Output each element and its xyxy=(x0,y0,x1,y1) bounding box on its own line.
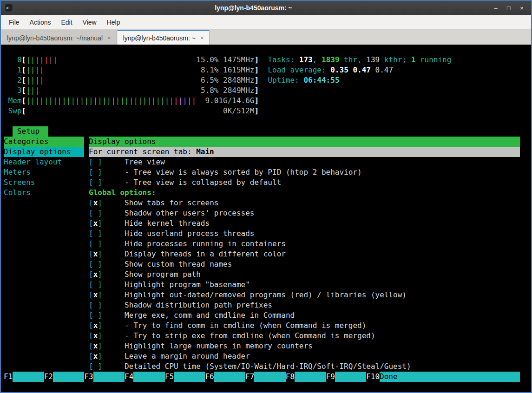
setup-tab[interactable]: Setup xyxy=(13,126,48,137)
maximize-button[interactable]: □ xyxy=(503,5,514,12)
option-highlight-out-dated-removed-programs-red-libraries-yellow[interactable]: [x] Highlight out-dated/removed programs… xyxy=(89,290,520,300)
tab-lynp-lyn-b450aorusm-manual[interactable]: lynp@lyn-b450aorusm: ~/manual× xyxy=(1,30,117,45)
text-segment: Display options xyxy=(89,137,520,147)
fkey-f4[interactable]: F4 xyxy=(125,372,165,382)
text-segment: | xyxy=(35,85,39,96)
option-try-to-find-comm-in-cmdline-when-command-is-merged[interactable]: [x] - Try to find comm in cmdline (when … xyxy=(89,321,520,331)
text-segment: ] xyxy=(98,290,102,300)
text-segment: [ xyxy=(22,65,26,75)
option-show-tabs-for-screens[interactable]: [x] Show tabs for screens xyxy=(89,198,520,208)
menu-item-file[interactable]: File xyxy=(4,16,25,29)
text-segment: 5.8% 2849MHz xyxy=(201,85,255,96)
text-segment xyxy=(102,177,125,188)
option-hide-kernel-threads[interactable]: [x] Hide kernel threads xyxy=(89,218,520,229)
fkey-key-text: F9 xyxy=(326,372,335,382)
fkey-f5[interactable]: F5 xyxy=(165,372,205,382)
terminal-screen[interactable]: 0[||||||| 15.0% 1475MHz] Tasks: 173, 183… xyxy=(1,45,531,392)
text-segment: 173 xyxy=(299,55,313,65)
option-show-program-path[interactable]: [x] Show program path xyxy=(89,269,520,280)
text-segment: [ xyxy=(89,300,93,310)
option-try-to-strip-exe-from-cmdline-when-command-is-merged[interactable]: [x] - Try to strip exe from cmdline (whe… xyxy=(89,331,520,341)
screen-tab-note: For current screen tab: Main xyxy=(89,147,520,157)
menu-item-view[interactable]: View xyxy=(78,16,102,29)
menubar: FileActionsEditViewHelp xyxy=(1,15,531,30)
fkey-f1[interactable]: F1 xyxy=(4,372,44,382)
category-screens[interactable]: Screens xyxy=(4,177,89,188)
option-highlight-program-basename[interactable]: [ ] Highlight program "basename" xyxy=(89,280,520,290)
fkey-f9[interactable]: F9 xyxy=(326,372,367,382)
category-colors[interactable]: Colors xyxy=(4,188,89,198)
text-segment xyxy=(102,280,125,290)
text-segment xyxy=(93,208,98,218)
text-segment xyxy=(102,198,125,208)
text-segment: Highlight large numbers in memory counte… xyxy=(125,341,313,351)
cpu0-tasks-row: 0[||||||| 15.0% 1475MHz] Tasks: 173, 183… xyxy=(4,55,520,65)
text-segment xyxy=(93,259,98,269)
option-tree-view-is-always-sorted-by-pid-htop-2-behavior[interactable]: [ ] - Tree view is always sorted by PID … xyxy=(89,167,520,177)
menu-item-help[interactable]: Help xyxy=(102,16,125,29)
text-segment: ] xyxy=(98,321,102,331)
text-segment: - Tree view is collapsed by default xyxy=(125,177,281,188)
close-button[interactable]: × xyxy=(516,5,527,12)
option-merge-exe-comm-and-cmdline-in-command[interactable]: [ ] Merge exe, comm and cmdline in Comma… xyxy=(89,310,520,321)
text-segment: Leave a margin around header xyxy=(125,351,250,361)
fkey-f2[interactable]: F2 xyxy=(44,372,85,382)
blank-row xyxy=(4,116,520,126)
text-segment xyxy=(102,229,125,239)
text-segment: 0K/512M xyxy=(223,106,254,116)
category-header-layout[interactable]: Header layout xyxy=(4,157,89,167)
option-tree-view[interactable]: [ ] Tree view xyxy=(89,157,520,167)
option-hide-userland-process-threads[interactable]: [ ] Hide userland process threads xyxy=(89,229,520,239)
tab-lynp-lyn-b450aorusm[interactable]: lynp@lyn-b450aorusm: ~× xyxy=(117,30,210,45)
text-segment: ] xyxy=(98,331,102,341)
titlebar[interactable]: >_ lynp@lyn-b450aorusm: ~ – □ × xyxy=(1,1,531,15)
text-segment: ] xyxy=(98,269,102,280)
fkey-key-text: F10 xyxy=(366,372,380,382)
tab-close-icon[interactable]: × xyxy=(200,34,204,41)
text-segment: Highlight program "basename" xyxy=(125,280,250,290)
fkey-f3[interactable]: F3 xyxy=(84,372,125,382)
category-meters[interactable]: Meters xyxy=(4,167,89,177)
text-segment: x xyxy=(93,341,98,351)
text-segment: Hide processes running in containers xyxy=(125,239,286,249)
text-segment xyxy=(102,331,125,341)
text-segment: ] xyxy=(98,249,102,259)
fkey-f10[interactable]: F10Done xyxy=(366,372,520,382)
fkey-f7[interactable]: F7 xyxy=(245,372,286,382)
text-segment xyxy=(4,55,8,65)
fkey-key-text: F1 xyxy=(4,372,13,382)
category-display-options[interactable]: Display options xyxy=(4,147,89,157)
text-segment: ] xyxy=(98,361,102,372)
tab-close-icon[interactable]: × xyxy=(107,34,111,41)
text-segment xyxy=(102,321,125,331)
menu-item-edit[interactable]: Edit xyxy=(56,16,77,29)
option-shadow-distribution-path-prefixes[interactable]: [ ] Shadow distribution path prefixes xyxy=(89,300,520,310)
tab-label: lynp@lyn-b450aorusm: ~ xyxy=(123,34,196,42)
text-segment: Header layout xyxy=(4,157,84,167)
fkey-f8[interactable]: F8 xyxy=(286,372,326,382)
text-segment: [ xyxy=(22,85,26,96)
text-segment: Meters xyxy=(4,167,84,177)
option-highlight-large-numbers-in-memory-counters[interactable]: [x] Highlight large numbers in memory co… xyxy=(89,341,520,351)
option-tree-view-is-collapsed-by-default[interactable]: [ ] - Tree view is collapsed by default xyxy=(89,177,520,188)
text-segment: [ xyxy=(89,218,93,229)
text-segment: ] xyxy=(98,208,102,218)
option-display-threads-in-a-different-color[interactable]: [x] Display threads in a different color xyxy=(89,249,520,259)
text-segment: [ xyxy=(89,229,93,239)
text-segment: 0.35 0.47 xyxy=(330,65,375,75)
text-segment xyxy=(102,341,125,351)
minimize-button[interactable]: – xyxy=(490,5,501,12)
option-show-custom-thread-names[interactable]: [ ] Show custom thread names xyxy=(89,259,520,269)
option-shadow-other-users-processes[interactable]: [ ] Shadow other users' processes xyxy=(89,208,520,218)
option-detailed-cpu-time-system-io-wait-hard-irq-soft-irq-steal-guest[interactable]: [ ] Detailed CPU time (System/IO-Wait/Ha… xyxy=(89,361,520,372)
text-segment: ] xyxy=(98,167,102,177)
display-options-panel: Display optionsFor current screen tab: M… xyxy=(89,137,520,372)
option-hide-processes-running-in-containers[interactable]: [ ] Hide processes running in containers xyxy=(89,239,520,249)
menu-item-actions[interactable]: Actions xyxy=(25,16,56,29)
text-segment: Screens xyxy=(4,177,84,188)
text-segment: || xyxy=(26,85,35,96)
text-segment: 1 xyxy=(411,55,416,65)
text-segment xyxy=(102,157,125,167)
option-leave-a-margin-around-header[interactable]: [x] Leave a margin around header xyxy=(89,351,520,361)
fkey-f6[interactable]: F6 xyxy=(205,372,245,382)
